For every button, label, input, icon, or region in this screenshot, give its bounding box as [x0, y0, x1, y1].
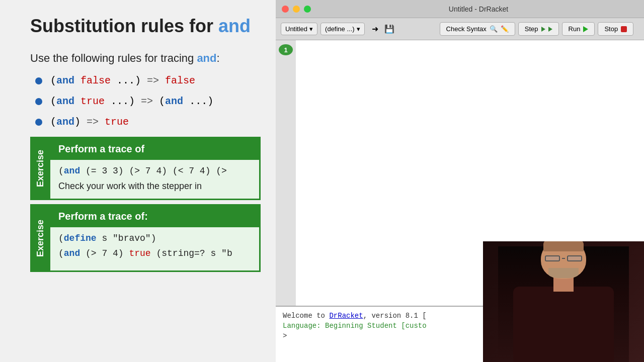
- slide-title: Substitution rules for and: [30, 15, 261, 37]
- glasses-bridge: [562, 258, 565, 259]
- drracket-link[interactable]: DrRacket: [329, 312, 363, 320]
- run-button[interactable]: Run: [562, 22, 595, 36]
- rule-item-2: (and true ...) => (and ...): [35, 96, 261, 107]
- chevron-down-icon: ▾: [309, 25, 313, 33]
- drracket-panel: Untitled - DrRacket Untitled ▾ (define .…: [276, 0, 644, 362]
- slide-panel: Substitution rules for and Use the follo…: [0, 0, 276, 362]
- slide-subtitle: Use the following rules for tracing and:: [30, 52, 261, 65]
- title-prefix: Substitution rules for: [30, 16, 218, 36]
- pencil-icon: ✏️: [501, 25, 509, 33]
- run-label: Run: [569, 25, 581, 33]
- hair: [543, 241, 584, 251]
- check-syntax-label: Check Syntax: [446, 25, 487, 33]
- check-syntax-button[interactable]: Check Syntax 🔍 ✏️: [440, 22, 515, 36]
- tab-dropdown[interactable]: Untitled ▾: [281, 23, 317, 35]
- save-icon[interactable]: 💾: [382, 23, 396, 35]
- exercise-instruction-1: Check your work with the stepper in: [58, 181, 251, 192]
- person-container: [498, 246, 629, 362]
- lang-prefix: Language:: [283, 322, 325, 330]
- toolbar-icons: ➜ 💾: [370, 23, 396, 35]
- title-keyword: and: [218, 16, 251, 36]
- bullet-2: [35, 98, 42, 105]
- stop-square-icon: [621, 26, 627, 32]
- line-number-1: 1: [279, 44, 293, 55]
- subtitle-keyword: and: [197, 52, 216, 64]
- step-button[interactable]: Step: [518, 22, 559, 36]
- rule-code-1: (and false ...) => false: [50, 75, 195, 86]
- rules-list: (and false ...) => false (and true ...) …: [35, 75, 261, 128]
- exercise-code-1: (and (= 3 3) (> 7 4) (< 7 4) (>: [58, 166, 251, 176]
- stop-label: Stop: [604, 25, 618, 33]
- right-lens: [567, 255, 582, 261]
- run-play-icon: [583, 26, 588, 32]
- rule-code-3: (and) => true: [50, 116, 129, 128]
- exercise-header-2: Perform a trace of:: [50, 206, 259, 227]
- rule-item-3: (and) => true: [35, 116, 261, 128]
- exercise-code-2b: (and (> 7 4) true (string=? s "b: [58, 248, 251, 258]
- define-chevron-icon: ▾: [357, 25, 360, 33]
- exercise-content-1: Perform a trace of (and (= 3 3) (> 7 4) …: [50, 137, 261, 200]
- tab-label: Untitled: [285, 25, 307, 33]
- arrow-icon[interactable]: ➜: [370, 23, 380, 35]
- beard: [548, 268, 579, 278]
- left-lens: [545, 255, 560, 261]
- rule-code-2: (and true ...) => (and ...): [50, 96, 213, 107]
- magnifier-icon: 🔍: [490, 25, 498, 33]
- maximize-button[interactable]: [304, 6, 311, 13]
- rule-item-1: (and false ...) => false: [35, 75, 261, 86]
- close-button[interactable]: [282, 6, 289, 13]
- welcome-suffix: , version 8.1 [: [363, 312, 427, 320]
- exercise-code-2a: (define s "bravo"): [58, 233, 251, 243]
- lang-value: Beginning Student [custo: [325, 322, 427, 330]
- webcam-overlay: [483, 241, 644, 362]
- titlebar: Untitled - DrRacket: [276, 0, 644, 18]
- line-numbers: 1: [276, 40, 296, 306]
- minimize-button[interactable]: [293, 6, 300, 13]
- exercise-box-2: Exercise Perform a trace of: (define s "…: [30, 204, 261, 272]
- step-play-icon2: [548, 27, 552, 32]
- exercise-label-2: Exercise: [30, 204, 50, 272]
- exercise-content-2: Perform a trace of: (define s "bravo") (…: [50, 204, 261, 272]
- exercise-header-1: Perform a trace of: [50, 138, 259, 160]
- glasses: [545, 255, 582, 262]
- subtitle-prefix: Use the following rules for tracing: [30, 52, 197, 64]
- subtitle-suffix: :: [217, 52, 220, 64]
- window-title: Untitled - DrRacket: [319, 5, 638, 13]
- exercise-label-1: Exercise: [30, 137, 50, 200]
- define-label: (define ...): [325, 25, 355, 33]
- bullet-1: [35, 77, 42, 84]
- step-label: Step: [525, 25, 538, 33]
- window-buttons: [282, 6, 311, 13]
- toolbar: Untitled ▾ (define ...) ▾ ➜ 💾 Check Synt…: [276, 18, 644, 40]
- bullet-3: [35, 119, 42, 126]
- head: [541, 241, 586, 279]
- torso: [513, 287, 614, 362]
- stop-button[interactable]: Stop: [598, 22, 633, 36]
- exercise-box-1: Exercise Perform a trace of (and (= 3 3)…: [30, 137, 261, 200]
- step-play-icon: [541, 27, 545, 32]
- welcome-prefix: Welcome to: [283, 312, 329, 320]
- define-dropdown[interactable]: (define ...) ▾: [320, 23, 365, 35]
